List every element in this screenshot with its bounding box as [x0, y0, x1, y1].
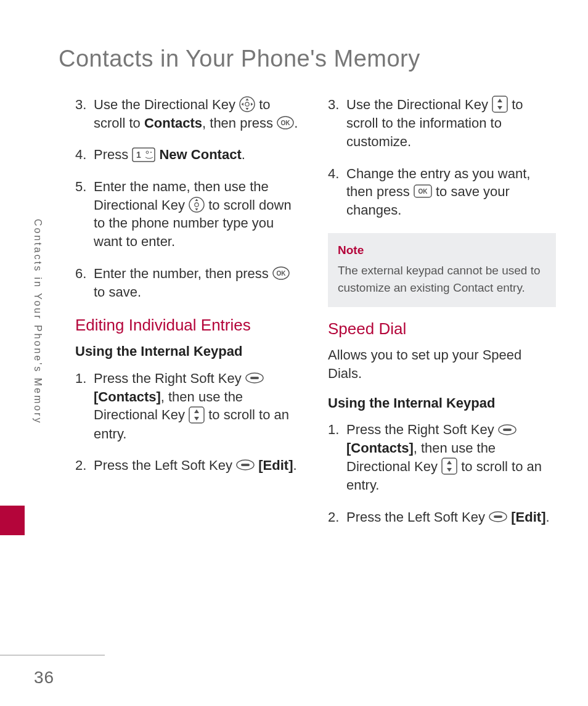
- new-contact-label: New Contact: [159, 147, 241, 162]
- text: Press the Right Soft Key: [94, 371, 245, 386]
- edit-label: [Edit]: [258, 458, 293, 473]
- step-body: Use the Directional Key to scroll to Con…: [94, 96, 303, 132]
- text: Use the Directional Key: [94, 97, 239, 112]
- step-number: 4.: [328, 165, 346, 183]
- ok-key-rect-icon: [414, 184, 432, 198]
- left-soft-key-icon: [236, 459, 255, 470]
- edit-step-2: 2. Press the Left Soft Key [Edit].: [75, 456, 303, 475]
- text: , then press: [202, 115, 277, 131]
- ok-key-icon: [277, 116, 294, 129]
- sd-step-2: 2. Press the Left Soft Key [Edit].: [328, 508, 556, 527]
- step-body: Enter the name, then use the Directional…: [94, 178, 303, 251]
- step-number: 3.: [75, 96, 94, 114]
- text: Press the Left Soft Key: [94, 458, 236, 473]
- right-soft-key-icon: [245, 372, 264, 384]
- side-section-label: Contacts in Your Phone's Memory: [31, 219, 44, 425]
- side-accent-bar: [0, 506, 25, 535]
- text: Press: [94, 147, 132, 162]
- step-number: 5.: [75, 178, 94, 196]
- right-column: 3. Use the Directional Key to scroll to …: [328, 96, 556, 540]
- cust-step-3: 3. Use the Directional Key to scroll to …: [328, 96, 556, 151]
- step-body: Press New Contact.: [94, 146, 303, 164]
- step-body: Press the Left Soft Key [Edit].: [346, 508, 556, 527]
- directional-key-updown-rect-icon: [189, 406, 205, 424]
- text: Use the Directional Key: [346, 97, 492, 112]
- note-label: Note: [338, 242, 546, 259]
- text: to save.: [94, 284, 141, 300]
- sd-step-1: 1. Press the Right Soft Key [Contacts], …: [328, 421, 556, 494]
- footer-divider: [0, 655, 105, 655]
- speed-dial-intro: Allows you to set up your Speed Dials.: [328, 346, 556, 382]
- right-soft-key-icon: [498, 424, 517, 435]
- step-number: 1.: [328, 421, 346, 439]
- text: Enter the number, then press: [94, 266, 272, 281]
- content-columns: 3. Use the Directional Key to scroll to …: [75, 96, 562, 540]
- left-soft-key-icon: [489, 511, 507, 522]
- step-4: 4. Press New Contact.: [75, 146, 303, 164]
- step-body: Use the Directional Key to scroll to the…: [346, 96, 556, 151]
- step-3: 3. Use the Directional Key to scroll to …: [75, 96, 303, 132]
- step-number: 6.: [75, 265, 94, 283]
- directional-key-updown-rect-icon: [492, 96, 508, 113]
- directional-key-updown-icon: [189, 197, 205, 213]
- directional-key-updown-rect-icon: [441, 458, 457, 475]
- step-number: 3.: [328, 96, 346, 114]
- step-5: 5. Enter the name, then use the Directio…: [75, 178, 303, 251]
- using-internal-keypad-heading-2: Using the Internal Keypad: [328, 394, 556, 413]
- step-6: 6. Enter the number, then press to save.: [75, 265, 303, 301]
- step-body: Enter the number, then press to save.: [94, 265, 303, 301]
- text: .: [294, 115, 298, 131]
- note-text: The external keypad cannot be used to cu…: [338, 262, 546, 296]
- step-number: 2.: [75, 456, 94, 475]
- step-body: Change the entry as you want, then press…: [346, 165, 556, 220]
- page-title: Contacts in Your Phone's Memory: [59, 43, 420, 75]
- cust-step-4: 4. Change the entry as you want, then pr…: [328, 165, 556, 220]
- step-number: 1.: [75, 369, 94, 388]
- page: Contacts in Your Phone's Memory Contacts…: [0, 0, 588, 706]
- contacts-label: [Contacts]: [346, 440, 414, 456]
- text: .: [242, 147, 245, 162]
- key-1-icon: [132, 147, 155, 162]
- speed-dial-heading: Speed Dial: [328, 318, 556, 340]
- contacts-label: Contacts: [144, 115, 202, 131]
- text: Press the Left Soft Key: [346, 509, 489, 525]
- edit-step-1: 1. Press the Right Soft Key [Contacts], …: [75, 369, 303, 443]
- step-number: 2.: [328, 508, 346, 527]
- step-body: Press the Left Soft Key [Edit].: [94, 456, 303, 475]
- text: .: [545, 509, 549, 525]
- left-column: 3. Use the Directional Key to scroll to …: [75, 96, 303, 540]
- using-internal-keypad-heading: Using the Internal Keypad: [75, 342, 303, 361]
- page-number: 36: [34, 666, 54, 689]
- note-box: Note The external keypad cannot be used …: [328, 233, 556, 308]
- contacts-label: [Contacts]: [94, 389, 161, 404]
- step-body: Press the Right Soft Key [Contacts], the…: [346, 421, 556, 494]
- step-number: 4.: [75, 146, 94, 164]
- editing-entries-heading: Editing Individual Entries: [75, 314, 303, 336]
- text: Press the Right Soft Key: [346, 422, 498, 437]
- edit-label: [Edit]: [511, 509, 545, 525]
- step-body: Press the Right Soft Key [Contacts], the…: [94, 369, 303, 443]
- ok-key-icon: [272, 266, 290, 280]
- directional-key-4way-icon: [239, 96, 255, 112]
- text: .: [293, 458, 296, 473]
